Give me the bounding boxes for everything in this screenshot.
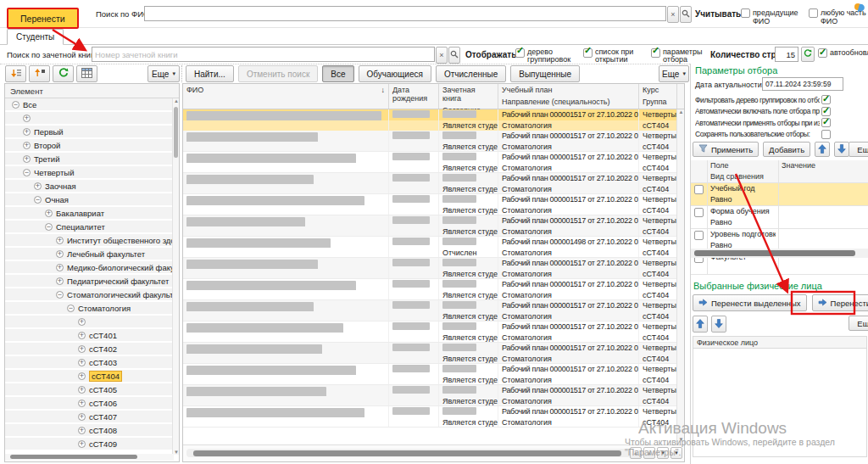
student-row[interactable]: Является студе...Рабочий план 000001517 … — [183, 258, 677, 279]
expand-node-icon[interactable]: + — [56, 264, 64, 271]
consider-option-0[interactable]: предыдущие ФИО — [741, 8, 800, 25]
expand-node-icon[interactable]: + — [56, 250, 64, 258]
previous-page-button[interactable]: ▲ — [643, 447, 655, 459]
filter-option-checkbox[interactable] — [821, 95, 831, 104]
tree-row[interactable]: +сСТ402 — [5, 343, 174, 356]
transfer-all-button[interactable]: Перенести всех — [812, 294, 868, 311]
tree-row[interactable]: −Все — [5, 98, 174, 112]
column-course[interactable]: Курс Группа — [639, 84, 677, 109]
column-birth-date[interactable]: Дата рождения — [389, 84, 439, 109]
collapse-node-icon[interactable]: − — [67, 305, 75, 312]
list-horizontal-scrollbar[interactable] — [186, 449, 636, 457]
expand-node-icon[interactable]: + — [78, 332, 86, 339]
column-study-plan[interactable]: Учебный план Направление (специальность) — [498, 84, 639, 109]
tree-horizontal-scrollbar[interactable] — [5, 454, 174, 461]
collapse-all-button[interactable] — [29, 65, 50, 82]
rows-count-input[interactable] — [775, 47, 798, 62]
expand-node-icon[interactable]: + — [45, 210, 53, 217]
record-book-search-input[interactable] — [92, 47, 435, 62]
consider-option-1-checkbox[interactable] — [809, 8, 818, 18]
student-row[interactable]: Является студе...Рабочий план 000001517 … — [183, 173, 677, 194]
tree-row[interactable]: +Первый — [5, 126, 174, 139]
filter-row-checkbox[interactable] — [694, 231, 704, 240]
apply-filter-button[interactable]: Применить — [693, 142, 759, 157]
expand-node-icon[interactable]: + — [78, 386, 86, 394]
tree-row[interactable]: +Педиатрический факультет — [5, 275, 174, 288]
student-row[interactable]: Является студе...Рабочий план 000001517 … — [183, 131, 677, 152]
filter-option-checkbox[interactable] — [821, 107, 831, 116]
expand-all-button[interactable] — [5, 65, 26, 82]
person-column-header[interactable]: Физическое лицо — [693, 336, 867, 349]
display-option-0-checkbox[interactable] — [515, 48, 525, 58]
student-row[interactable]: ОтчисленРабочий план 000001498 от 27.10.… — [183, 237, 677, 258]
filter-row-value-cell[interactable] — [779, 183, 868, 205]
table-view-button[interactable] — [76, 65, 97, 82]
tree-row[interactable]: +Бакалавриат — [5, 207, 174, 221]
tree-row[interactable]: −Стоматология — [5, 302, 174, 316]
actuality-date-input[interactable] — [762, 77, 843, 91]
next-page-button[interactable]: ▼ — [657, 447, 669, 459]
display-option-2[interactable]: параметры отбора — [651, 48, 707, 64]
go-first-page-button[interactable]: ▲ — [630, 447, 642, 459]
tree-row[interactable]: +Третий — [5, 153, 174, 166]
status-filter-0[interactable]: Все — [322, 65, 353, 82]
expand-node-icon[interactable]: + — [23, 142, 31, 149]
transfer-button[interactable]: Перенести — [7, 8, 79, 29]
tree-row[interactable]: −Очная — [5, 193, 174, 207]
add-filter-button[interactable]: Добавить — [763, 142, 810, 157]
filter-option-checkbox[interactable] — [821, 118, 831, 127]
collapse-node-icon[interactable]: − — [12, 101, 19, 109]
filter-row-value-cell[interactable] — [779, 206, 868, 228]
tree-row[interactable]: +сСТ408 — [5, 424, 174, 438]
status-filter-1[interactable]: Обучающиеся — [359, 65, 431, 82]
scroll-down-icon[interactable]: ▼ — [173, 450, 180, 455]
student-row[interactable]: Является студе...Рабочий план 000001517 … — [183, 279, 677, 300]
refresh-rows-button[interactable] — [801, 47, 815, 62]
tree-row[interactable]: +сСТ403 — [5, 356, 174, 370]
filter-option-checkbox[interactable] — [821, 130, 831, 139]
move-up-button[interactable] — [693, 316, 708, 333]
fio-search-options-button[interactable] — [680, 6, 692, 23]
expand-node-icon[interactable]: + — [78, 427, 86, 434]
status-filter-3[interactable]: Выпущенные — [510, 65, 580, 82]
student-row[interactable]: Является студе...Рабочий план 000001517 … — [183, 343, 677, 364]
expand-node-icon[interactable]: + — [78, 400, 86, 407]
move-up-button[interactable] — [815, 142, 830, 157]
collapse-node-icon[interactable]: − — [34, 196, 42, 204]
selected-persons-list[interactable] — [693, 349, 867, 457]
scrollbar-thumb[interactable] — [10, 455, 137, 459]
tree-row[interactable]: −Четвертый — [5, 166, 174, 180]
list-more-button[interactable]: Еще ▾ — [659, 65, 689, 82]
display-option-2-checkbox[interactable] — [651, 48, 660, 58]
student-row[interactable]: Является студе...Рабочий план 000001517 … — [183, 194, 677, 215]
filter-row-checkbox[interactable] — [694, 185, 704, 194]
tree-vertical-scrollbar[interactable]: ▲ ▼ — [172, 98, 179, 455]
scroll-down-icon[interactable]: ▼ — [677, 437, 685, 442]
move-down-button[interactable] — [834, 142, 849, 157]
expand-node-icon[interactable]: + — [78, 359, 86, 366]
expand-node-icon[interactable]: + — [34, 182, 42, 190]
autoupdate-option[interactable]: автообновление — [818, 48, 868, 58]
student-row[interactable]: Является студе...Рабочий план 000001517 … — [183, 321, 677, 343]
collapse-node-icon[interactable]: − — [45, 223, 53, 231]
column-fio[interactable]: ФИО ↓ — [183, 84, 389, 109]
consider-option-0-checkbox[interactable] — [741, 8, 750, 18]
autoupdate-checkbox[interactable] — [818, 48, 827, 58]
column-record-book[interactable]: Зачетная книга Состояние — [439, 84, 498, 109]
transfer-selected-button[interactable]: Перенести выделенных — [693, 294, 807, 311]
tree-row[interactable]: + — [5, 316, 174, 329]
tab-students[interactable]: Студенты — [7, 29, 64, 45]
display-option-1-checkbox[interactable] — [583, 48, 593, 58]
filter-row[interactable]: Учебный годРавно — [691, 183, 868, 206]
tree-row[interactable]: +сСТ406 — [5, 397, 174, 411]
display-option-0[interactable]: дерево группировок — [515, 48, 571, 64]
tree-row[interactable]: +сСТ407 — [5, 411, 174, 424]
cancel-search-button[interactable]: Отменить поиск — [238, 65, 318, 82]
tree-row[interactable]: +Второй — [5, 139, 174, 153]
list-vertical-scrollbar[interactable]: ▲ ▼ — [676, 109, 684, 442]
scroll-up-icon[interactable]: ▲ — [173, 98, 180, 103]
filter-horizontal-scrollbar[interactable] — [691, 249, 868, 258]
filter-row[interactable]: Форма обученияРавно — [691, 206, 868, 229]
expand-node-icon[interactable]: + — [78, 318, 86, 326]
student-row[interactable]: Является студе...Рабочий план 000001517 … — [183, 406, 677, 428]
